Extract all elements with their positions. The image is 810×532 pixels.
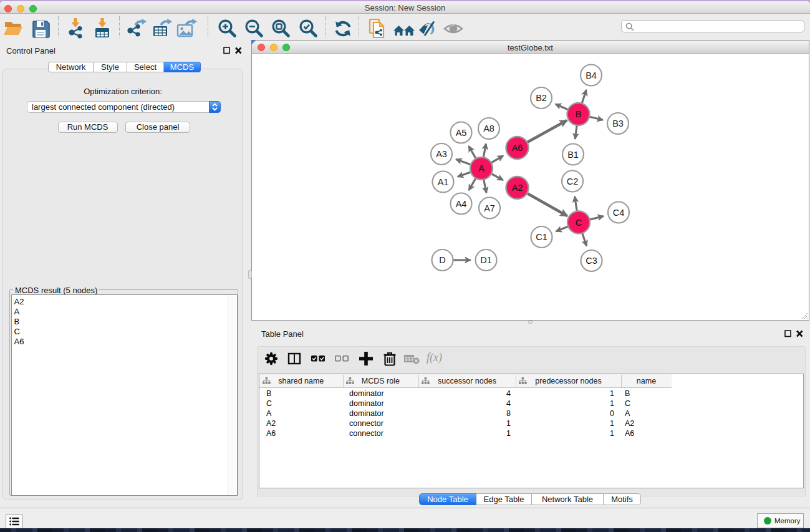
- svg-text:C1: C1: [536, 232, 547, 242]
- svg-text:A6: A6: [512, 143, 523, 153]
- svg-text:B: B: [576, 109, 582, 119]
- svg-text:A2: A2: [512, 183, 523, 193]
- svg-text:A7: A7: [484, 203, 495, 213]
- svg-text:C: C: [576, 218, 582, 228]
- svg-text:A3: A3: [436, 149, 447, 159]
- svg-text:C4: C4: [613, 208, 625, 218]
- svg-text:C3: C3: [586, 256, 597, 266]
- svg-text:A8: A8: [483, 123, 494, 133]
- svg-text:C2: C2: [567, 177, 579, 186]
- svg-text:A4: A4: [456, 199, 467, 209]
- svg-text:D: D: [439, 255, 445, 265]
- svg-text:B4: B4: [586, 70, 597, 80]
- svg-text:B3: B3: [612, 118, 624, 128]
- svg-text:D1: D1: [480, 255, 492, 265]
- svg-text:A: A: [478, 163, 485, 173]
- svg-text:B1: B1: [567, 150, 579, 160]
- svg-text:B2: B2: [536, 93, 547, 103]
- svg-text:A5: A5: [456, 128, 467, 138]
- svg-text:A1: A1: [438, 177, 449, 187]
